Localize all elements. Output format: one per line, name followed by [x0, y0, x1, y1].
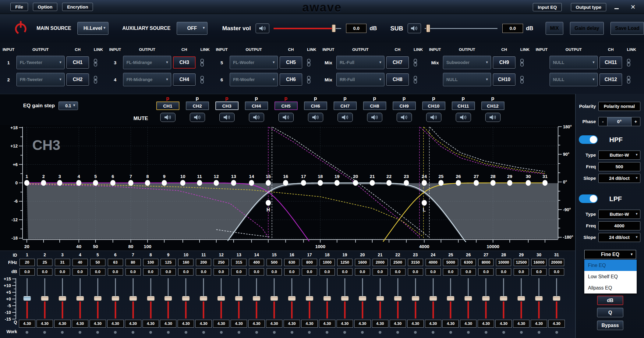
eq-point-dot[interactable]	[353, 180, 358, 186]
output-select[interactable]: FL-Midrange▼	[123, 56, 171, 69]
hpf-type-select[interactable]: Butter-W▼	[598, 151, 640, 160]
band-freq-input[interactable]: 1600	[355, 259, 370, 266]
sub-vol-value[interactable]: 0.0	[502, 24, 523, 33]
band-gain-slider[interactable]	[248, 277, 265, 320]
link-button[interactable]	[304, 56, 313, 69]
band-gain-slider[interactable]	[71, 277, 89, 320]
band-gain-input[interactable]: 0.0	[108, 268, 123, 276]
band-gain-input[interactable]: 0.0	[478, 268, 494, 276]
band-gain-slider[interactable]	[477, 277, 495, 320]
band-gain-input[interactable]: 0.0	[37, 268, 52, 276]
band-freq-input[interactable]: 40	[73, 259, 88, 266]
band-gain-slider[interactable]	[354, 277, 371, 320]
band-gain-input[interactable]: 0.0	[337, 268, 352, 276]
link-button[interactable]	[304, 73, 313, 86]
link-button[interactable]	[624, 73, 633, 86]
band-gain-slider[interactable]	[318, 277, 336, 320]
channel-button-ch3[interactable]: CH3	[173, 56, 196, 69]
band-gain-slider[interactable]	[195, 277, 212, 320]
band-gain-slider[interactable]	[389, 277, 407, 320]
slider-handle[interactable]	[129, 296, 137, 301]
band-gain-input[interactable]: 0.0	[249, 268, 264, 276]
eq-point-dot[interactable]	[128, 180, 133, 186]
eq-point-dot[interactable]	[249, 180, 254, 186]
gain-delay-button[interactable]: Gain delay	[570, 22, 604, 35]
band-gain-slider[interactable]	[36, 277, 54, 320]
band-freq-input[interactable]: 8000	[478, 259, 494, 266]
link-button[interactable]	[91, 73, 100, 86]
band-gain-input[interactable]: 0.0	[90, 268, 105, 276]
mute-button-ch1[interactable]	[160, 113, 175, 122]
master-vol-value[interactable]: 0.0	[346, 24, 366, 33]
band-q-input[interactable]: 4.30	[266, 320, 282, 328]
eq-tab-ch6[interactable]: CH6	[304, 101, 327, 110]
eq-point-dot[interactable]	[283, 180, 288, 186]
band-q-input[interactable]: 4.30	[460, 320, 476, 328]
band-q-input[interactable]: 4.30	[513, 320, 529, 328]
mute-button-ch10[interactable]	[426, 113, 441, 122]
band-gain-slider[interactable]	[512, 277, 530, 320]
band-gain-input[interactable]: 0.0	[178, 268, 193, 276]
slider-handle[interactable]	[359, 296, 366, 301]
slider-handle[interactable]	[553, 296, 561, 301]
band-q-input[interactable]: 4.30	[213, 320, 229, 328]
eq-point-dot[interactable]	[334, 180, 340, 186]
eq-point-dot[interactable]	[507, 180, 512, 186]
band-q-input[interactable]: 4.30	[90, 320, 106, 328]
output-select[interactable]: RL-Full▼	[336, 56, 384, 69]
band-freq-input[interactable]: 6300	[461, 259, 476, 266]
save-load-button[interactable]: Save Load	[610, 22, 644, 35]
output-select[interactable]: RR-Full▼	[336, 73, 384, 86]
slider-handle[interactable]	[76, 296, 84, 301]
band-freq-input[interactable]: 80	[126, 259, 141, 266]
slider-handle[interactable]	[429, 296, 437, 301]
link-button[interactable]	[624, 56, 633, 69]
channel-button-ch7[interactable]: CH7	[386, 56, 409, 69]
crossover-handle-h[interactable]	[266, 200, 271, 206]
eq-tab-ch3[interactable]: CH3	[215, 101, 239, 110]
band-freq-input[interactable]: 5000	[443, 259, 458, 266]
band-gain-slider[interactable]	[142, 277, 160, 320]
band-gain-slider[interactable]	[336, 277, 354, 320]
band-gain-slider[interactable]	[212, 277, 230, 320]
eq-point-dot[interactable]	[456, 180, 461, 186]
mute-button-ch7[interactable]	[338, 113, 353, 122]
output-select[interactable]: FR-Woofer▼	[230, 73, 278, 86]
slider-handle[interactable]	[217, 296, 225, 301]
band-freq-input[interactable]: 1250	[337, 259, 352, 266]
eq-point-dot[interactable]	[543, 180, 548, 186]
slider-handle[interactable]	[164, 296, 172, 301]
slider-handle[interactable]	[412, 296, 419, 301]
eq-type-option[interactable]: Fine EQ	[584, 260, 637, 271]
master-volume-slider[interactable]	[274, 24, 341, 33]
band-freq-input[interactable]: 20000	[549, 259, 564, 266]
lpf-slope-select[interactable]: 24 dB/oct▼	[598, 233, 640, 242]
output-select[interactable]: FL-Tweeter▼	[16, 56, 65, 69]
slider-handle[interactable]	[253, 296, 260, 301]
band-freq-input[interactable]: 100	[143, 259, 158, 266]
band-gain-slider[interactable]	[177, 277, 195, 320]
aux-source-select[interactable]: OFF▼	[177, 22, 208, 35]
eq-point-dot[interactable]	[231, 180, 236, 186]
slider-knob[interactable]	[332, 24, 336, 32]
slider-knob[interactable]	[426, 24, 430, 32]
band-freq-input[interactable]: 630	[284, 259, 299, 266]
main-source-select[interactable]: Hi.Level▼	[77, 22, 108, 35]
band-gain-slider[interactable]	[107, 277, 124, 320]
band-freq-input[interactable]: 4000	[426, 259, 441, 266]
eq-tab-ch7[interactable]: CH7	[334, 101, 357, 110]
band-q-input[interactable]: 4.30	[425, 320, 441, 328]
mute-button-ch4[interactable]	[249, 113, 264, 122]
eq-type-select[interactable]: Fine EQ ▼	[584, 250, 636, 259]
db-mode-button[interactable]: dB	[597, 296, 623, 305]
band-freq-input[interactable]: 25	[37, 259, 52, 266]
channel-button-ch9[interactable]: CH9	[493, 56, 515, 69]
band-freq-input[interactable]: 31	[55, 259, 70, 266]
link-button[interactable]	[197, 56, 207, 69]
band-gain-slider[interactable]	[530, 277, 548, 320]
mute-button-ch6[interactable]	[308, 113, 323, 122]
band-gain-slider[interactable]	[265, 277, 283, 320]
band-q-input[interactable]: 4.30	[407, 320, 424, 328]
band-gain-input[interactable]: 0.0	[320, 268, 335, 276]
slider-handle[interactable]	[482, 296, 490, 301]
